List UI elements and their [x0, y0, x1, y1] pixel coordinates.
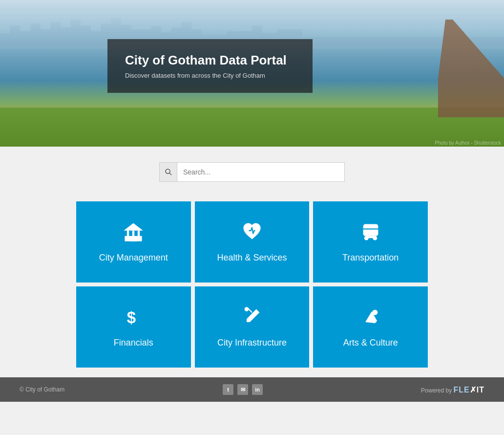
transport-icon — [360, 221, 381, 246]
wrench-icon — [241, 306, 263, 331]
hero-overlay: City of Gotham Data Portal Discover data… — [107, 39, 313, 93]
footer: © City of Gotham t✉in Powered by FLE✗IT — [0, 377, 504, 402]
hero-flowers — [0, 108, 504, 147]
footer-copyright: © City of Gotham — [20, 386, 64, 393]
svg-point-16 — [372, 310, 378, 315]
category-label-arts-culture: Arts & Culture — [343, 338, 398, 348]
hero-subtitle: Discover datasets from across the City o… — [125, 72, 295, 79]
categories-grid: City ManagementHealth & ServicesTranspor… — [76, 201, 428, 368]
svg-rect-5 — [138, 231, 140, 236]
category-card-transportation[interactable]: Transportation — [313, 201, 428, 283]
svg-rect-7 — [130, 237, 137, 241]
category-label-city-management: City Management — [99, 253, 168, 263]
svg-rect-8 — [363, 224, 378, 236]
category-label-city-infrastructure: City Infrastructure — [217, 338, 287, 348]
social-email-icon[interactable]: ✉ — [237, 384, 248, 395]
svg-text:$: $ — [127, 308, 136, 326]
brush-icon — [360, 306, 381, 331]
footer-social: t✉in — [223, 384, 263, 395]
category-card-city-infrastructure[interactable]: City Infrastructure — [195, 286, 310, 368]
search-button[interactable] — [160, 163, 177, 181]
svg-marker-6 — [124, 223, 144, 230]
social-twitter-icon[interactable]: t — [223, 384, 233, 395]
svg-rect-3 — [127, 231, 129, 236]
hero-section: City of Gotham Data Portal Discover data… — [0, 0, 504, 147]
category-card-arts-culture[interactable]: Arts & Culture — [313, 286, 428, 368]
svg-rect-9 — [362, 228, 379, 229]
building-icon — [123, 221, 144, 246]
dollar-icon: $ — [123, 306, 144, 331]
search-input[interactable] — [177, 164, 344, 180]
search-bar — [159, 162, 345, 182]
category-card-financials[interactable]: $Financials — [76, 286, 191, 368]
health-icon — [241, 221, 263, 246]
footer-powered: Powered by FLE✗IT — [421, 385, 484, 394]
brand-name: FLE✗IT — [454, 386, 484, 394]
category-label-health-services: Health & Services — [217, 253, 287, 263]
photo-credit: Photo by Author - Shutterstock — [435, 140, 501, 146]
hero-title: City of Gotham Data Portal — [125, 53, 295, 68]
categories-section: City ManagementHealth & ServicesTranspor… — [66, 201, 438, 368]
category-card-health-services[interactable]: Health & Services — [195, 201, 310, 283]
svg-rect-4 — [132, 231, 134, 236]
category-label-financials: Financials — [114, 338, 153, 348]
brand-flex: FLE — [454, 386, 470, 394]
search-icon — [165, 169, 172, 175]
category-card-city-management[interactable]: City Management — [76, 201, 191, 283]
brand-xit: ✗IT — [470, 386, 484, 394]
social-linkedin-icon[interactable]: in — [252, 384, 263, 395]
category-label-transportation: Transportation — [342, 253, 399, 263]
svg-line-1 — [169, 173, 171, 175]
svg-rect-12 — [365, 236, 376, 238]
search-section — [0, 147, 504, 192]
powered-by-label: Powered by — [421, 387, 452, 394]
svg-point-0 — [166, 169, 170, 174]
